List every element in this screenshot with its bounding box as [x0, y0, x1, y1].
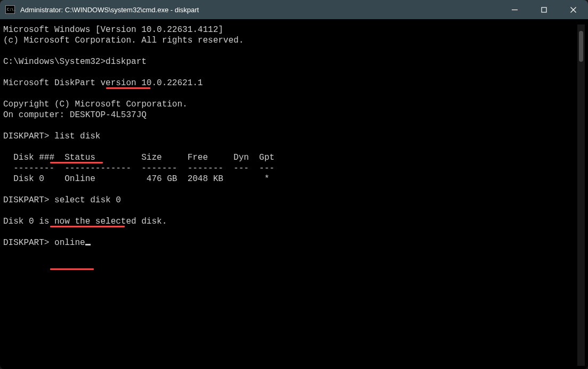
terminal-area[interactable]: Microsoft Windows [Version 10.0.22631.41…: [0, 19, 588, 369]
table-header: Disk ### Status Size Free Dyn Gpt: [3, 153, 275, 162]
cmd-icon: C:\.: [5, 5, 15, 14]
diskpart-copyright: Copyright (C) Microsoft Corporation.: [3, 100, 188, 109]
prompt-path: C:\Windows\System32>: [3, 57, 106, 67]
table-row: Disk 0 Online 476 GB 2048 KB *: [3, 174, 269, 184]
cmd-online: online: [49, 238, 85, 248]
minimize-icon: [512, 7, 518, 13]
diskpart-prompt: DISKPART>: [3, 238, 49, 248]
window-title: Administrator: C:\WINDOWS\system32\cmd.e…: [20, 6, 500, 14]
terminal-content: Microsoft Windows [Version 10.0.22631.41…: [3, 24, 575, 366]
cmd-select-disk: select disk 0: [49, 195, 120, 205]
diskpart-prompt: DISKPART>: [3, 195, 49, 205]
maximize-button[interactable]: [529, 0, 559, 19]
select-result: Disk 0 is now the selected disk.: [3, 217, 167, 226]
window-controls: [500, 0, 588, 19]
annotation-underline: [50, 268, 94, 270]
titlebar[interactable]: C:\. Administrator: C:\WINDOWS\system32\…: [0, 0, 588, 19]
maximize-icon: [541, 7, 547, 13]
cmd-window: C:\. Administrator: C:\WINDOWS\system32\…: [0, 0, 588, 369]
copyright-line: (c) Microsoft Corporation. All rights re…: [3, 36, 244, 45]
annotation-underline: [50, 226, 125, 227]
annotation-underline: [106, 87, 150, 89]
table-divider: -------- ------------- ------- ------- -…: [3, 163, 275, 173]
scrollbar[interactable]: [577, 24, 585, 366]
diskpart-version: Microsoft DiskPart version 10.0.22621.1: [3, 78, 203, 88]
scrollbar-thumb[interactable]: [579, 31, 583, 62]
close-icon: [570, 7, 576, 13]
cmd-list-disk: list disk: [49, 132, 100, 141]
version-line: Microsoft Windows [Version 10.0.22631.41…: [3, 25, 223, 35]
cursor: [85, 244, 91, 245]
close-button[interactable]: [559, 0, 588, 19]
minimize-button[interactable]: [500, 0, 529, 19]
svg-rect-1: [542, 7, 546, 12]
cmd-diskpart: diskpart: [106, 57, 147, 67]
diskpart-prompt: DISKPART>: [3, 132, 49, 141]
diskpart-computer: On computer: DESKTOP-4L537JQ: [3, 110, 147, 120]
annotation-underline: [50, 162, 103, 163]
